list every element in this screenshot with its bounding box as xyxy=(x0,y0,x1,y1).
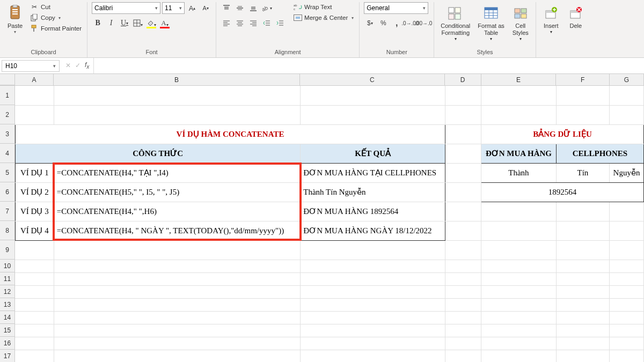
cell[interactable] xyxy=(301,240,445,260)
align-left-icon[interactable] xyxy=(221,17,232,29)
cell[interactable] xyxy=(445,260,481,272)
copy-button[interactable]: Copy▾ xyxy=(29,13,83,23)
cell[interactable] xyxy=(445,272,481,285)
cell[interactable] xyxy=(15,337,54,350)
decrease-font-icon[interactable]: A▾ xyxy=(200,2,211,14)
cell[interactable] xyxy=(54,260,301,272)
cell[interactable] xyxy=(481,298,557,311)
cell[interactable] xyxy=(556,350,609,362)
row-header[interactable]: 14 xyxy=(0,311,15,324)
row-header[interactable]: 7 xyxy=(0,202,15,221)
cell[interactable]: Tín xyxy=(556,163,609,182)
cell[interactable] xyxy=(15,272,54,285)
row-header[interactable]: 2 xyxy=(0,105,15,124)
cell[interactable] xyxy=(301,298,445,311)
insert-button[interactable]: Insert▾ xyxy=(540,2,562,37)
number-format-combo[interactable]: General▾ xyxy=(364,2,428,14)
cell[interactable] xyxy=(556,240,609,260)
cell[interactable] xyxy=(445,240,481,260)
cell[interactable] xyxy=(301,311,445,324)
font-name-combo[interactable]: Calibri▾ xyxy=(92,2,160,14)
cell[interactable] xyxy=(481,285,557,298)
fx-icon[interactable]: fx xyxy=(85,61,89,70)
row-header[interactable]: 12 xyxy=(0,285,15,298)
cell[interactable] xyxy=(54,285,301,298)
cell[interactable]: =CONCATENATE(H4, " NGÀY ", TEXT(TODAY(),… xyxy=(54,221,301,240)
row-header[interactable]: 6 xyxy=(0,182,15,202)
cell[interactable] xyxy=(301,272,445,285)
formula-input[interactable] xyxy=(93,58,644,73)
cell[interactable] xyxy=(301,337,445,350)
cell[interactable] xyxy=(15,324,54,337)
cell[interactable] xyxy=(610,298,644,311)
col-header-B[interactable]: B xyxy=(54,74,300,85)
cell[interactable]: 1892564 xyxy=(481,182,644,202)
cell[interactable] xyxy=(54,105,301,124)
cell[interactable] xyxy=(445,311,481,324)
align-right-icon[interactable] xyxy=(247,17,259,29)
cell[interactable] xyxy=(445,285,481,298)
conditional-formatting-button[interactable]: Conditional Formatting▾ xyxy=(438,2,472,44)
cell[interactable] xyxy=(445,221,481,240)
cell[interactable] xyxy=(556,298,609,311)
cell[interactable] xyxy=(610,337,644,350)
row-header[interactable]: 8 xyxy=(0,221,15,240)
cell[interactable] xyxy=(481,272,557,285)
cell[interactable] xyxy=(610,240,644,260)
format-painter-button[interactable]: Format Painter xyxy=(29,24,83,33)
row-header[interactable]: 4 xyxy=(0,144,15,163)
cell[interactable]: ĐƠN MUA HÀNG TẠI CELLPHONES xyxy=(301,163,445,182)
cell[interactable] xyxy=(610,86,644,105)
cell[interactable] xyxy=(54,298,301,311)
cell[interactable] xyxy=(301,260,445,272)
cell[interactable] xyxy=(445,86,481,105)
cell[interactable] xyxy=(445,298,481,311)
align-top-icon[interactable] xyxy=(221,2,232,14)
cell[interactable] xyxy=(481,240,557,260)
cell[interactable] xyxy=(481,337,557,350)
cell[interactable]: ĐƠN MUA HÀNG 1892564 xyxy=(301,202,445,221)
cell[interactable] xyxy=(445,182,481,202)
cell[interactable] xyxy=(610,260,644,272)
cell[interactable] xyxy=(556,260,609,272)
cell[interactable] xyxy=(481,350,557,362)
cell[interactable] xyxy=(556,105,609,124)
cell[interactable]: Nguyễn xyxy=(610,163,644,182)
underline-button[interactable]: U▾ xyxy=(119,17,130,29)
row-header[interactable]: 17 xyxy=(0,350,15,362)
accounting-format-icon[interactable]: $▾ xyxy=(364,17,376,29)
cell[interactable]: ĐƠN MUA HÀNG NGÀY 18/12/2022 xyxy=(301,221,445,240)
cell[interactable] xyxy=(556,285,609,298)
row-header[interactable]: 15 xyxy=(0,324,15,337)
cell[interactable] xyxy=(610,285,644,298)
cell-header-don[interactable]: ĐƠN MUA HÀNG xyxy=(481,144,557,163)
cell[interactable] xyxy=(15,105,54,124)
cell[interactable] xyxy=(556,272,609,285)
cell[interactable] xyxy=(54,272,301,285)
col-header-E[interactable]: E xyxy=(481,74,557,85)
cell[interactable] xyxy=(54,324,301,337)
align-middle-icon[interactable] xyxy=(234,2,246,14)
row-header[interactable]: 11 xyxy=(0,272,15,285)
cell-title-data[interactable]: BẢNG DỮ LIỆU xyxy=(481,124,644,144)
cell[interactable] xyxy=(445,337,481,350)
col-header-D[interactable]: D xyxy=(445,74,481,85)
cell[interactable]: VÍ DỤ 1 xyxy=(15,163,54,182)
row-header[interactable]: 9 xyxy=(0,240,15,260)
cell[interactable]: Thành Tín Nguyễn xyxy=(301,182,445,202)
row-header[interactable]: 3 xyxy=(0,124,15,144)
cell[interactable] xyxy=(15,311,54,324)
cell-header-result[interactable]: KẾT QUẢ xyxy=(301,144,445,163)
merge-center-button[interactable]: Merge & Center▾ xyxy=(292,13,355,23)
cancel-icon[interactable]: ✕ xyxy=(65,62,71,69)
borders-button[interactable]: ▾ xyxy=(132,17,144,29)
cell[interactable]: =CONCATENATE(H4," ",H6) xyxy=(54,202,301,221)
cell[interactable] xyxy=(54,311,301,324)
cell[interactable] xyxy=(445,202,481,221)
cell[interactable]: VÍ DỤ 4 xyxy=(15,221,54,240)
fill-color-button[interactable]: ▾ xyxy=(145,17,157,29)
cell[interactable] xyxy=(54,350,301,362)
cell[interactable] xyxy=(481,260,557,272)
increase-font-icon[interactable]: A▴ xyxy=(186,2,198,14)
cell[interactable] xyxy=(481,86,557,105)
